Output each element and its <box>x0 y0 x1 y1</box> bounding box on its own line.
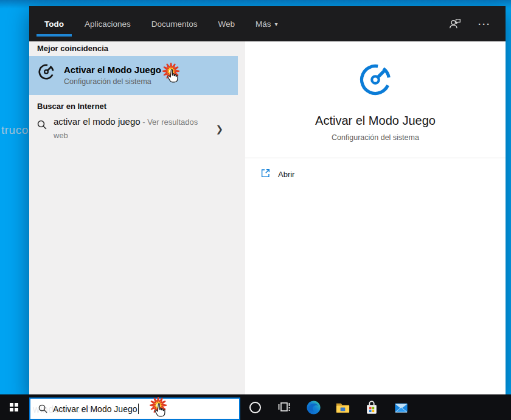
open-external-icon <box>260 168 271 178</box>
desktop: trucoswindows.com trucoswindows .com tru… <box>0 0 511 420</box>
open-action-label: Abrir <box>278 170 294 179</box>
search-icon <box>37 120 47 130</box>
edge-button[interactable] <box>299 394 328 420</box>
tab-aplicaciones[interactable]: Aplicaciones <box>77 6 139 41</box>
taskbar-icons <box>240 394 415 420</box>
store-button[interactable] <box>357 394 386 420</box>
file-explorer-button[interactable] <box>328 394 357 420</box>
cortana-icon <box>249 402 261 413</box>
best-match-result[interactable]: Activar el Modo Juego Configuración del … <box>29 56 238 95</box>
mail-button[interactable] <box>386 394 415 420</box>
taskbar: windows.com Activar el Modo Juego <box>0 394 511 420</box>
suggestion-query: activar el modo juego <box>54 116 141 127</box>
start-button[interactable] <box>0 394 28 420</box>
open-action[interactable]: Abrir <box>245 162 506 185</box>
result-subtitle: Configuración del sistema <box>64 77 151 86</box>
windows-logo-icon <box>10 403 18 411</box>
search-filter-tabs: Todo Aplicaciones Documentos Web Más▾ <box>29 6 286 41</box>
tab-mas[interactable]: Más▾ <box>248 6 286 41</box>
text-caret <box>138 404 139 414</box>
tab-label: Documentos <box>151 19 198 29</box>
file-explorer-icon <box>335 400 350 415</box>
result-title: Activar el Modo Juego <box>64 65 161 75</box>
more-options-icon[interactable]: ··· <box>478 19 491 29</box>
game-mode-gauge-icon-large <box>357 61 394 98</box>
tab-todo[interactable]: Todo <box>36 6 72 41</box>
tab-label: Web <box>218 19 235 29</box>
chevron-down-icon: ▾ <box>275 21 278 27</box>
edge-icon <box>306 400 321 415</box>
best-match-heading: Mejor coincidencia <box>37 44 108 53</box>
chevron-right-icon: ❯ <box>215 124 223 135</box>
suggestion-hint: - Ver resultados <box>141 117 198 127</box>
taskbar-search-box[interactable]: windows.com Activar el Modo Juego <box>29 397 240 420</box>
user-feedback-icon[interactable] <box>448 17 462 31</box>
preview-subtitle: Configuración del sistema <box>245 133 506 142</box>
search-icon <box>38 404 47 413</box>
web-search-heading: Buscar en Internet <box>37 102 106 111</box>
tab-documentos[interactable]: Documentos <box>144 6 206 41</box>
mail-icon <box>394 400 409 415</box>
game-mode-gauge-icon <box>37 63 55 81</box>
results-panel: Mejor coincidencia Activar el Modo Juego… <box>29 41 245 394</box>
task-view-button[interactable] <box>269 394 299 420</box>
tab-label: Aplicaciones <box>85 19 131 29</box>
preview-panel: Activar el Modo Juego Configuración del … <box>245 41 506 394</box>
cortana-button[interactable] <box>240 394 269 420</box>
task-view-icon <box>277 400 291 415</box>
tab-web[interactable]: Web <box>210 6 243 41</box>
suggestion-hint-line2: web <box>54 130 213 141</box>
preview-title: Activar el Modo Juego <box>245 114 506 128</box>
taskbar-search-value: Activar el Modo Juego <box>53 404 137 414</box>
tab-label: Más <box>255 19 271 29</box>
tab-label: Todo <box>44 19 64 29</box>
web-search-suggestion[interactable]: activar el modo juego - Ver resultados w… <box>29 114 245 147</box>
store-icon <box>364 400 379 415</box>
divider <box>245 158 506 158</box>
search-header: Todo Aplicaciones Documentos Web Más▾ ··… <box>29 6 506 41</box>
search-flyout-window: Todo Aplicaciones Documentos Web Más▾ ··… <box>29 6 506 394</box>
